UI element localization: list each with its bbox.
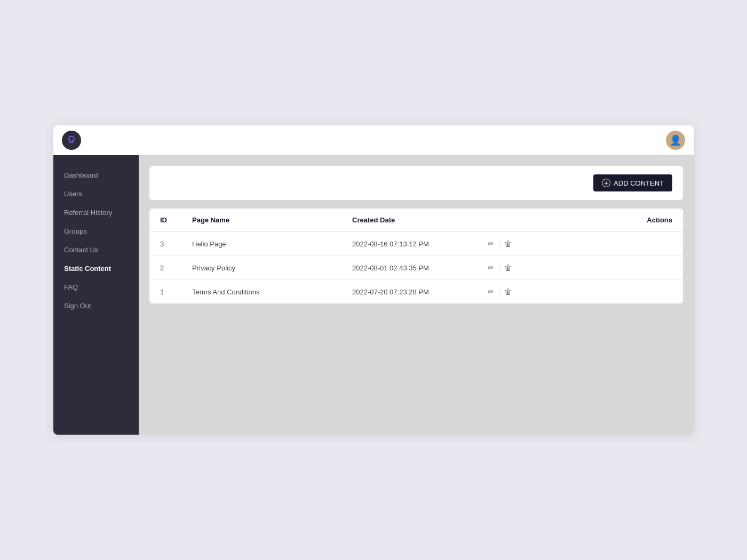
delete-button[interactable]: 🗑 xyxy=(502,262,514,273)
column-header-id: ID xyxy=(149,209,181,232)
sidebar-item-contact-us[interactable]: Contact Us xyxy=(53,241,139,259)
add-content-label: ADD CONTENT xyxy=(614,179,664,187)
app-container: 👤 Dashboard Users Referral History Group… xyxy=(53,125,694,435)
sidebar-item-dashboard[interactable]: Dashboard xyxy=(53,166,139,185)
sidebar-item-users[interactable]: Users xyxy=(53,185,139,203)
cell-page-name: Terms And Conditions xyxy=(181,280,341,304)
sidebar-item-faq[interactable]: FAQ xyxy=(53,278,139,297)
edit-icon: ✏ xyxy=(488,287,494,296)
add-content-button[interactable]: + ADD CONTENT xyxy=(593,174,672,191)
delete-button[interactable]: 🗑 xyxy=(502,286,514,297)
cell-actions: ✏ | 🗑 xyxy=(475,256,683,280)
table-row: 2 Privacy Policy 2022-08-01 02:43:35 PM … xyxy=(149,256,683,280)
delete-button[interactable]: 🗑 xyxy=(502,238,514,249)
table-header-row: ID Page Name Created Date Actions xyxy=(149,209,683,232)
sidebar-item-static-content[interactable]: Static Content xyxy=(53,259,139,278)
plus-circle-icon: + xyxy=(602,179,610,187)
avatar[interactable]: 👤 xyxy=(666,131,685,150)
cell-actions: ✏ | 🗑 xyxy=(475,280,683,304)
cell-id: 1 xyxy=(149,280,181,304)
cell-id: 3 xyxy=(149,232,181,256)
logo[interactable] xyxy=(62,131,81,150)
table-row: 1 Terms And Conditions 2022-07-20 07:23:… xyxy=(149,280,683,304)
edit-icon: ✏ xyxy=(488,263,494,272)
content-area: + ADD CONTENT ID Page Name Created Date … xyxy=(139,155,694,435)
sidebar-item-sign-out[interactable]: Sign Out xyxy=(53,297,139,315)
cell-page-name: Hello Page xyxy=(181,232,341,256)
action-divider: | xyxy=(498,240,500,247)
main-layout: Dashboard Users Referral History Groups … xyxy=(53,155,694,435)
column-header-created-date: Created Date xyxy=(341,209,475,232)
table-card: ID Page Name Created Date Actions 3 Hell… xyxy=(149,209,683,303)
delete-icon: 🗑 xyxy=(504,287,512,296)
action-divider: | xyxy=(498,288,500,295)
column-header-actions: Actions xyxy=(475,209,683,232)
column-header-page-name: Page Name xyxy=(181,209,341,232)
edit-button[interactable]: ✏ xyxy=(486,238,496,249)
content-table: ID Page Name Created Date Actions 3 Hell… xyxy=(149,209,683,303)
edit-button[interactable]: ✏ xyxy=(486,286,496,297)
cell-actions: ✏ | 🗑 xyxy=(475,232,683,256)
header: 👤 xyxy=(53,125,694,155)
cell-page-name: Privacy Policy xyxy=(181,256,341,280)
delete-icon: 🗑 xyxy=(504,263,512,272)
sidebar-item-groups[interactable]: Groups xyxy=(53,222,139,241)
sidebar: Dashboard Users Referral History Groups … xyxy=(53,155,139,435)
edit-button[interactable]: ✏ xyxy=(486,262,496,273)
cell-created-date: 2022-08-16 07:13:12 PM xyxy=(341,232,475,256)
cell-created-date: 2022-08-01 02:43:35 PM xyxy=(341,256,475,280)
cell-id: 2 xyxy=(149,256,181,280)
action-divider: | xyxy=(498,264,500,271)
table-row: 3 Hello Page 2022-08-16 07:13:12 PM ✏ | … xyxy=(149,232,683,256)
edit-icon: ✏ xyxy=(488,239,494,248)
toolbar-card: + ADD CONTENT xyxy=(149,166,683,200)
cell-created-date: 2022-07-20 07:23:28 PM xyxy=(341,280,475,304)
sidebar-item-referral-history[interactable]: Referral History xyxy=(53,203,139,222)
delete-icon: 🗑 xyxy=(504,239,512,248)
